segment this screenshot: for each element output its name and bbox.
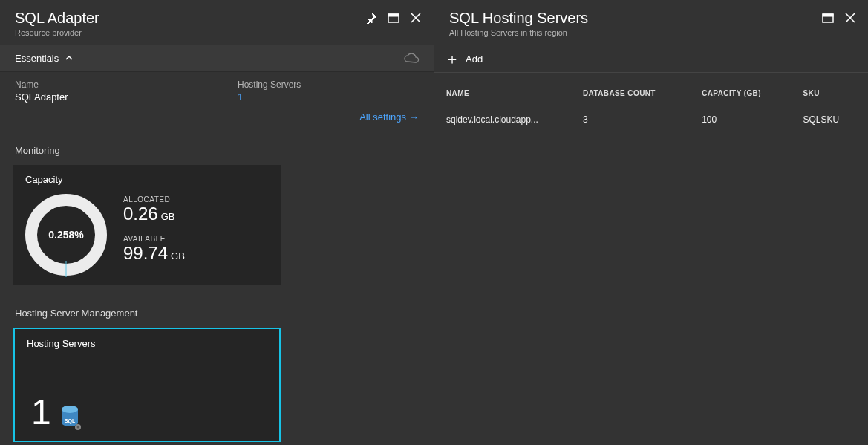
maximize-icon[interactable] [388, 12, 399, 24]
blade-header: SQL Hosting Servers All Hosting Servers … [434, 0, 868, 45]
available-unit: GB [171, 250, 185, 262]
hosting-servers-tile[interactable]: Hosting Servers 1 SQL [13, 328, 281, 442]
essentials-name-value: SQLAdapter [15, 91, 208, 103]
available-label: AVAILABLE [123, 235, 185, 243]
all-settings-link[interactable]: All settings→ [359, 111, 419, 123]
blade-title: SQL Hosting Servers [449, 9, 588, 27]
table-header-row: NAME DATABASE COUNT CAPACITY (GB) SKU [437, 82, 865, 105]
chevron-up-icon [65, 53, 74, 62]
blade-subtitle: Resource provider [15, 28, 99, 37]
maximize-icon[interactable] [822, 12, 834, 24]
cell-name: sqldev.local.cloudapp... [437, 105, 574, 134]
close-icon[interactable] [844, 12, 856, 24]
svg-point-3 [62, 406, 78, 413]
capacity-tile[interactable]: Capacity 0.258% ALLOCATED 0.26GB AVAILAB… [13, 165, 281, 285]
sql-database-icon: SQL [59, 405, 81, 430]
svg-point-6 [76, 426, 79, 429]
pin-icon[interactable] [365, 12, 377, 24]
svg-text:SQL: SQL [65, 418, 76, 424]
blade-header: SQL Adapter Resource provider [0, 0, 434, 45]
all-settings-text: All settings [359, 111, 406, 123]
col-name[interactable]: NAME [437, 82, 574, 105]
essentials-toggle-bar[interactable]: Essentials [0, 45, 434, 72]
col-db-count[interactable]: DATABASE COUNT [574, 82, 693, 105]
available-value: 99.74 [123, 243, 168, 263]
essentials-name-label: Name [15, 79, 208, 90]
svg-rect-1 [388, 14, 399, 16]
blade-subtitle: All Hosting Servers in this region [449, 28, 588, 37]
allocated-unit: GB [161, 211, 175, 222]
cell-capacity: 100 [693, 105, 794, 134]
hosting-servers-table: NAME DATABASE COUNT CAPACITY (GB) SKU sq… [434, 73, 868, 134]
capacity-donut-chart: 0.258% [25, 194, 107, 276]
blade-title: SQL Adapter [15, 9, 99, 27]
hosting-count-value: 1 [31, 394, 51, 430]
cell-db-count: 3 [574, 105, 693, 134]
cell-sku: SQLSKU [794, 105, 865, 134]
hosting-tile-title: Hosting Servers [27, 338, 267, 349]
svg-rect-8 [823, 14, 833, 16]
add-button-label: Add [466, 53, 483, 65]
capacity-percent: 0.258% [25, 194, 107, 276]
essentials-hosting-link[interactable]: 1 [238, 91, 301, 103]
hosting-mgmt-section-title: Hosting Server Management [0, 297, 434, 325]
allocated-value: 0.26 [123, 204, 158, 224]
monitoring-section-title: Monitoring [0, 134, 434, 162]
col-sku[interactable]: SKU [794, 82, 865, 105]
sql-adapter-blade: SQL Adapter Resource provider Essentials… [0, 0, 434, 445]
essentials-hosting-label: Hosting Servers [238, 79, 301, 90]
table-row[interactable]: sqldev.local.cloudapp...3100SQLSKU [437, 105, 865, 134]
arrow-right-icon: → [409, 111, 419, 123]
plus-icon: ＋ [445, 51, 460, 66]
sql-hosting-servers-blade: SQL Hosting Servers All Hosting Servers … [434, 0, 868, 445]
cloud-icon [402, 52, 420, 64]
command-bar: ＋ Add [434, 45, 868, 73]
allocated-label: ALLOCATED [123, 195, 185, 204]
add-button[interactable]: ＋ Add [445, 51, 858, 66]
essentials-label: Essentials [15, 53, 59, 64]
capacity-tile-title: Capacity [25, 174, 269, 185]
close-icon[interactable] [410, 12, 422, 24]
essentials-body: Name SQLAdapter Hosting Servers 1 [0, 72, 434, 107]
col-capacity[interactable]: CAPACITY (GB) [693, 82, 794, 105]
